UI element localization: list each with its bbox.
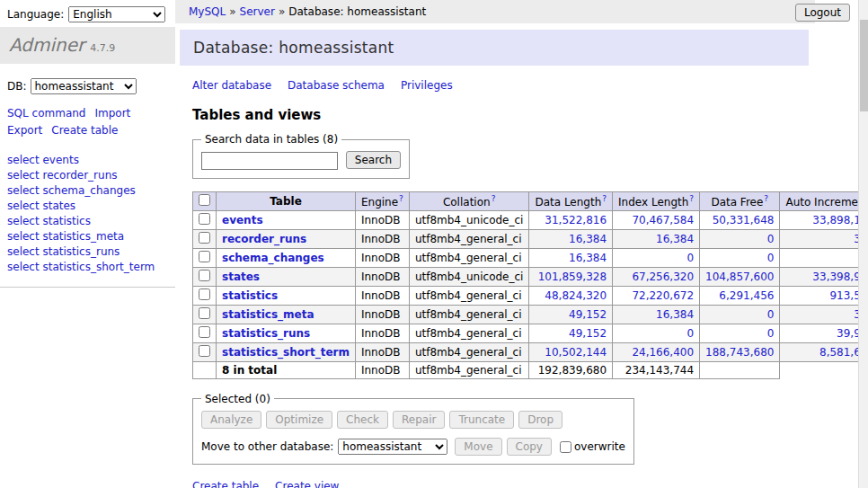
db-select[interactable]: homeassistant xyxy=(31,78,137,94)
row-checkbox-cell xyxy=(193,248,217,267)
index-length-link[interactable]: 0 xyxy=(686,327,694,340)
column-help-link[interactable]: ? xyxy=(764,194,768,203)
data-length-link[interactable]: 101,859,328 xyxy=(538,271,607,283)
data-length-link[interactable]: 49,152 xyxy=(569,308,607,321)
sidebar-action-link[interactable]: Import xyxy=(94,107,130,120)
sidebar-table-link[interactable]: select statistics_short_term xyxy=(7,261,168,273)
data-free-link[interactable]: 50,331,648 xyxy=(713,214,775,226)
auto-increment-link[interactable]: 33,898,196 xyxy=(812,214,858,226)
breadcrumb-server-link[interactable]: Server xyxy=(240,5,275,18)
sidebar-action-link[interactable]: SQL command xyxy=(7,107,85,120)
auto-increment-link[interactable]: 33,398,984 xyxy=(812,271,858,283)
table-name-link[interactable]: events xyxy=(222,214,263,226)
data-free-link[interactable]: 0 xyxy=(767,252,775,264)
data-free-link[interactable]: 0 xyxy=(767,233,775,245)
row-select-checkbox[interactable] xyxy=(199,251,210,262)
selected-action-button[interactable]: Check xyxy=(337,411,388,429)
row-select-checkbox[interactable] xyxy=(199,345,210,357)
app-version: 4.7.9 xyxy=(90,42,115,54)
index-length-link[interactable]: 67,256,320 xyxy=(632,271,694,283)
selected-action-button[interactable]: Drop xyxy=(518,411,562,429)
data-length-link[interactable]: 10,502,144 xyxy=(545,346,607,359)
column-help-link[interactable]: ? xyxy=(399,194,403,203)
move-label: Move to other database: xyxy=(201,440,333,453)
select-all-checkbox[interactable] xyxy=(199,194,210,206)
sidebar-action-link[interactable]: Export xyxy=(7,124,42,137)
database-nav-link[interactable]: Alter database xyxy=(192,79,271,92)
move-db-select[interactable]: homeassistant xyxy=(338,439,447,455)
sidebar-table-link[interactable]: select states xyxy=(7,200,168,212)
column-help-link[interactable]: ? xyxy=(689,194,694,203)
data-free-link[interactable]: 0 xyxy=(767,308,775,321)
selected-action-button[interactable]: Analyze xyxy=(201,411,261,429)
row-select-checkbox[interactable] xyxy=(199,270,210,281)
auto-increment-link[interactable]: 913,577 xyxy=(829,289,858,302)
index-length-cell: 0 xyxy=(613,248,700,267)
sidebar-table-link[interactable]: select events xyxy=(7,154,168,166)
sidebar-table-link[interactable]: select schema_changes xyxy=(7,184,168,197)
row-select-checkbox[interactable] xyxy=(199,213,210,225)
table-name-link[interactable]: recorder_runs xyxy=(222,233,306,245)
create-link[interactable]: Create table xyxy=(192,480,259,488)
total-label: 8 in total xyxy=(217,361,356,378)
sidebar-table-link[interactable]: select statistics xyxy=(7,215,168,227)
auto-increment-cell: 325 xyxy=(780,305,858,324)
engine-cell: InnoDB xyxy=(355,229,409,248)
search-button[interactable]: Search xyxy=(346,151,401,169)
row-select-checkbox[interactable] xyxy=(199,326,210,338)
column-help-link[interactable]: ? xyxy=(602,194,607,203)
auto-increment-link[interactable]: 39,999 xyxy=(837,327,858,340)
auto-increment-link[interactable]: 8,581,645 xyxy=(819,346,858,359)
data-free-link[interactable]: 104,857,600 xyxy=(705,271,774,283)
scrollbar[interactable] xyxy=(858,0,868,488)
index-length-link[interactable]: 0 xyxy=(686,252,694,264)
overwrite-checkbox[interactable] xyxy=(560,441,571,453)
data-length-link[interactable]: 31,522,816 xyxy=(545,214,607,226)
create-link[interactable]: Create view xyxy=(275,480,339,488)
data-free-link[interactable]: 188,743,680 xyxy=(705,346,774,359)
table-name-link[interactable]: schema_changes xyxy=(222,252,324,264)
database-nav-link[interactable]: Privileges xyxy=(401,79,453,92)
breadcrumb-mysql-link[interactable]: MySQL xyxy=(189,5,226,18)
collation-cell: utf8mb4_general_ci xyxy=(409,305,529,324)
row-checkbox-cell xyxy=(193,342,217,361)
row-select-checkbox[interactable] xyxy=(199,288,210,300)
database-nav-link[interactable]: Database schema xyxy=(288,79,385,92)
selected-action-button[interactable]: Truncate xyxy=(449,411,514,429)
row-select-checkbox[interactable] xyxy=(199,232,210,244)
row-select-checkbox[interactable] xyxy=(199,307,210,319)
index-length-link[interactable]: 72,220,672 xyxy=(632,289,694,302)
table-name-link[interactable]: statistics_meta xyxy=(222,308,314,321)
table-name-link[interactable]: statistics xyxy=(222,289,278,302)
selected-action-button[interactable]: Optimize xyxy=(266,411,332,429)
index-length-link[interactable]: 16,384 xyxy=(656,308,694,321)
language-select[interactable]: English xyxy=(68,6,165,22)
data-length-link[interactable]: 16,384 xyxy=(569,252,607,264)
index-length-link[interactable]: 24,166,400 xyxy=(632,346,694,359)
index-length-link[interactable]: 70,467,584 xyxy=(632,214,694,226)
data-free-cell: 6,291,456 xyxy=(700,286,780,305)
data-length-cell: 48,824,320 xyxy=(529,286,613,305)
scrollbar-thumb[interactable] xyxy=(860,20,868,111)
search-fieldset: Search data in tables (8) Search xyxy=(192,133,410,179)
index-length-link[interactable]: 16,384 xyxy=(656,233,694,245)
move-button[interactable]: Move xyxy=(455,438,501,456)
data-length-link[interactable]: 48,824,320 xyxy=(545,289,607,302)
sidebar-table-link[interactable]: select statistics_meta xyxy=(7,230,168,243)
sidebar-table-link[interactable]: select statistics_runs xyxy=(7,245,168,258)
data-length-link[interactable]: 16,384 xyxy=(569,233,607,245)
sidebar-action-link[interactable]: Create table xyxy=(51,124,118,137)
search-input[interactable] xyxy=(201,152,338,170)
table-name-link[interactable]: states xyxy=(222,271,260,283)
selected-action-button[interactable]: Repair xyxy=(393,411,445,429)
move-row: Move to other database:homeassistantMove… xyxy=(201,438,625,456)
table-name-link[interactable]: statistics_short_term xyxy=(222,346,350,359)
sidebar-table-link[interactable]: select recorder_runs xyxy=(7,169,168,182)
data-free-link[interactable]: 6,291,456 xyxy=(719,289,774,302)
data-free-link[interactable]: 0 xyxy=(767,327,775,340)
table-name-link[interactable]: statistics_runs xyxy=(222,327,310,340)
column-help-link[interactable]: ? xyxy=(492,194,496,203)
data-length-link[interactable]: 49,152 xyxy=(569,327,607,340)
logout-button[interactable]: Logout xyxy=(795,4,850,22)
copy-button[interactable]: Copy xyxy=(507,438,552,456)
